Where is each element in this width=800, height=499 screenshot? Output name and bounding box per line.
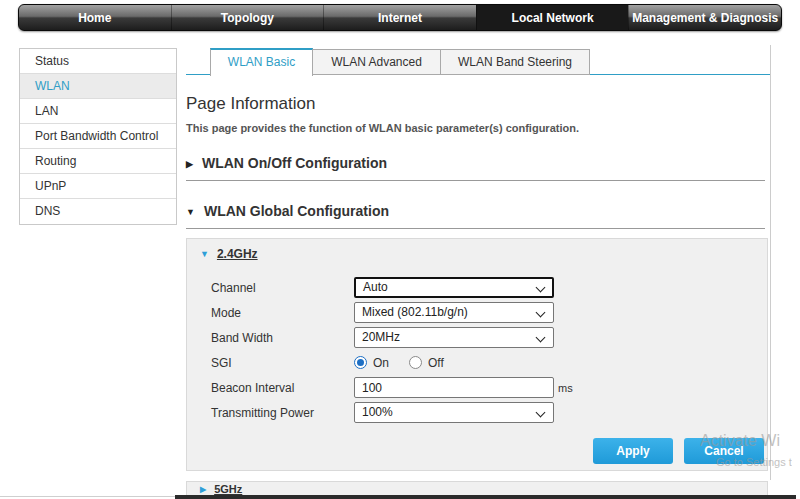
channel-select[interactable]: Auto xyxy=(354,277,554,298)
transmitting-power-label: Transmitting Power xyxy=(187,406,354,420)
section-wlan-global[interactable]: ▼WLAN Global Configuration xyxy=(186,203,765,229)
nav-item-internet[interactable]: Internet xyxy=(323,5,476,30)
transmitting-power-select-value: 100% xyxy=(362,405,393,419)
apply-button[interactable]: Apply xyxy=(593,438,673,464)
section-wlan-global-label: WLAN Global Configuration xyxy=(204,203,389,219)
sgi-on-label: On xyxy=(373,356,389,370)
channel-label: Channel xyxy=(187,281,354,295)
beacon-interval-label: Beacon Interval xyxy=(187,381,354,395)
expanded-triangle-icon: ▼ xyxy=(200,249,209,259)
tab-wlan-advanced[interactable]: WLAN Advanced xyxy=(313,49,441,75)
sgi-row: SGI On Off xyxy=(187,350,767,375)
nav-item-topology[interactable]: Topology xyxy=(171,5,324,30)
transmitting-power-select[interactable]: 100% xyxy=(354,402,554,423)
transmitting-power-row: Transmitting Power 100% xyxy=(187,400,767,425)
sidebar-item-routing[interactable]: Routing xyxy=(20,149,176,174)
sgi-on-radio[interactable] xyxy=(354,356,367,369)
bottom-dark-strip xyxy=(175,495,796,499)
channel-select-value: Auto xyxy=(363,280,388,294)
tab-wlan-band-steering[interactable]: WLAN Band Steering xyxy=(441,49,590,75)
nav-item-home[interactable]: Home xyxy=(19,5,171,30)
panel-2-4ghz: ▼2.4GHz Channel Auto Mode Mixed (802.11b… xyxy=(186,238,768,471)
beacon-interval-row: Beacon Interval ms xyxy=(187,375,767,400)
sidebar-item-upnp[interactable]: UPnP xyxy=(20,174,176,199)
mode-select[interactable]: Mixed (802.11b/g/n) xyxy=(354,302,554,323)
band-width-row: Band Width 20MHz xyxy=(187,325,767,350)
panel-2-4ghz-label: 2.4GHz xyxy=(217,247,258,261)
beacon-interval-input[interactable] xyxy=(354,377,554,398)
mode-select-value: Mixed (802.11b/g/n) xyxy=(362,305,468,319)
page-description: This page provides the function of WLAN … xyxy=(186,122,579,134)
tab-wlan-basic[interactable]: WLAN Basic xyxy=(210,48,313,76)
band-width-select-value: 20MHz xyxy=(362,330,400,344)
collapsed-triangle-icon: ▶ xyxy=(186,159,193,169)
sidebar-item-dns[interactable]: DNS xyxy=(20,199,176,224)
chevron-down-icon xyxy=(536,408,546,418)
sgi-off-label: Off xyxy=(428,356,444,370)
beacon-interval-unit: ms xyxy=(558,382,573,394)
section-wlan-onoff[interactable]: ▶WLAN On/Off Configuration xyxy=(186,155,765,181)
sgi-radio-group: On Off xyxy=(354,356,458,370)
channel-row: Channel Auto xyxy=(187,275,767,300)
collapsed-triangle-icon: ▶ xyxy=(200,485,206,494)
section-wlan-onoff-label: WLAN On/Off Configuration xyxy=(202,155,387,171)
panel-5ghz-label: 5GHz xyxy=(214,483,242,495)
content-right-border xyxy=(770,45,771,480)
bottom-divider xyxy=(0,496,175,497)
sidebar: Status WLAN LAN Port Bandwidth Control R… xyxy=(19,48,177,225)
sidebar-item-lan[interactable]: LAN xyxy=(20,99,176,124)
sgi-label: SGI xyxy=(187,356,354,370)
nav-item-local-network[interactable]: Local Network xyxy=(476,5,629,30)
page-title: Page Information xyxy=(186,94,315,114)
expanded-triangle-icon: ▼ xyxy=(186,207,195,217)
chevron-down-icon xyxy=(536,333,546,343)
cancel-button[interactable]: Cancel xyxy=(684,438,764,464)
panel-2-4ghz-header[interactable]: ▼2.4GHz xyxy=(187,239,767,261)
band-width-label: Band Width xyxy=(187,331,354,345)
nav-item-management-diagnosis[interactable]: Management & Diagnosis xyxy=(628,5,781,30)
wlan-basic-form: Channel Auto Mode Mixed (802.11b/g/n) Ba… xyxy=(187,275,767,425)
sidebar-item-port-bandwidth-control[interactable]: Port Bandwidth Control xyxy=(20,124,176,149)
band-width-select[interactable]: 20MHz xyxy=(354,327,554,348)
sidebar-item-status[interactable]: Status xyxy=(20,49,176,74)
chevron-down-icon xyxy=(536,308,546,318)
mode-row: Mode Mixed (802.11b/g/n) xyxy=(187,300,767,325)
top-navbar: Home Topology Internet Local Network Man… xyxy=(18,4,782,31)
tab-strip: WLAN Basic WLAN Advanced WLAN Band Steer… xyxy=(210,48,590,76)
mode-label: Mode xyxy=(187,306,354,320)
sgi-off-radio[interactable] xyxy=(409,356,422,369)
sidebar-item-wlan[interactable]: WLAN xyxy=(20,74,176,99)
chevron-down-icon xyxy=(536,283,546,293)
